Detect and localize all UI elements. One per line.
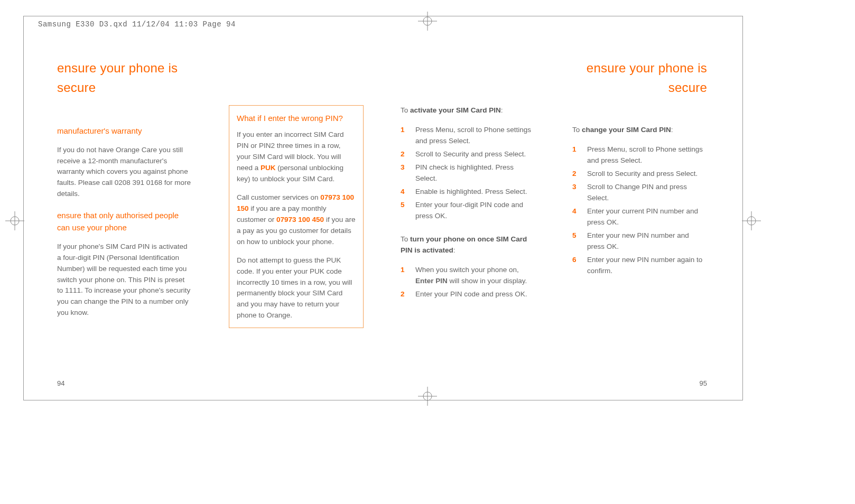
text: When you switch your phone on, [415,266,519,274]
text: : [671,126,673,134]
list-item: 2Scroll to Security and press Select. [572,169,707,180]
list-item: 2Scroll to Security and press Select. [401,149,535,160]
step-number: 3 [401,162,405,173]
steps-turn-on: 1When you switch your phone on, Enter PI… [401,265,535,300]
step-text: Scroll to Security and press Select. [587,170,698,178]
steps-activate-pin: 1Press Menu, scroll to Phone settings an… [401,125,535,221]
highlight-puk: PUK [261,164,276,172]
text: : [453,246,456,254]
step-number: 6 [572,255,577,266]
step-text: Press Menu, scroll to Phone settings and… [415,126,531,145]
text: : [501,106,503,114]
step-text: Enter your PIN code and press OK. [415,290,527,298]
list-item: 2Enter your PIN code and press OK. [401,289,535,300]
lead-turn-on: To turn your phone on once SIM Card PIN … [401,234,535,256]
step-number: 2 [401,149,405,160]
step-text: Scroll to Change PIN and press Select. [587,183,687,202]
list-item: 4Enable is highlighted. Press Select. [401,186,535,198]
list-item: 3Scroll to Change PIN and press Select. [572,182,707,204]
heading-warranty: manufacturer's warranty [57,125,192,137]
page-number-right: 95 [700,378,707,389]
page-title-left: ensure your phone is secure [57,58,192,97]
highlight-phone-number: 07973 100 450 [276,216,324,223]
step-text: Scroll to Security and press Select. [415,150,526,158]
column-1: ensure your phone is secure manufacturer… [57,58,192,328]
paragraph-authorised: If your phone's SIM Card PIN is activate… [57,241,192,319]
svg-point-3 [423,392,432,400]
registration-mark-icon [742,211,761,230]
step-number: 1 [572,144,577,155]
bold: Enter PIN [415,277,448,285]
step-number: 5 [401,200,405,211]
list-item: 5Enter your four-digit PIN code and pres… [401,200,535,222]
paragraph-warranty: If you do not have Orange Care you still… [57,145,192,200]
step-number: 2 [572,169,577,180]
registration-mark-icon [418,387,437,406]
svg-point-0 [423,17,432,25]
bold: activate your SIM Card PIN [410,106,501,114]
step-text: Enable is highlighted. Press Select. [415,188,527,195]
info-box-wrong-pin: What if I enter the wrong PIN? If you en… [229,105,364,328]
steps-change-pin: 1Press Menu, scroll to Phone settings an… [572,144,707,276]
bold: turn your phone on once SIM Card PIN is … [401,235,527,254]
page-number-left: 94 [57,378,64,389]
paragraph-puk-warning: Do not attempt to guess the PUK code. If… [237,255,356,322]
text: To [572,126,582,134]
list-item: 4Enter your current PIN number and press… [572,206,707,228]
step-number: 4 [401,186,405,198]
list-item: 5Enter your new PIN number and press OK. [572,230,707,253]
step-text: Enter your four-digit PIN code and press… [415,201,523,220]
cropmark-bottom [23,397,743,400]
svg-point-9 [747,217,756,225]
prepress-slug: Samsung E330 D3.qxd 11/12/04 11:03 Page … [38,19,236,31]
list-item: 1When you switch your phone on, Enter PI… [401,265,535,287]
bold: change your SIM Card PIN [582,126,671,134]
lead-change-pin: To change your SIM Card PIN: [572,125,707,136]
step-number: 1 [401,265,405,276]
step-number: 5 [572,230,577,241]
cropmark-right [739,16,743,400]
list-item: 3PIN check is highlighted. Press Select. [401,162,535,184]
step-text: Enter your new PIN number and press OK. [587,231,689,250]
step-text: Enter your current PIN number and press … [587,207,698,226]
list-item: 1Press Menu, scroll to Phone settings an… [401,125,535,147]
step-text: PIN check is highlighted. Press Select. [415,163,514,182]
step-number: 3 [572,182,577,193]
step-text: Enter your new PIN number again to confi… [587,256,702,275]
page-title-right: ensure your phone is secure [572,58,707,97]
column-3: . To activate your SIM Card PIN: 1Press … [401,58,535,328]
cropmark-left [23,16,27,400]
heading-wrong-pin: What if I enter the wrong PIN? [237,112,356,124]
list-item: 1Press Menu, scroll to Phone settings an… [572,144,707,166]
text: To [401,106,410,114]
column-2: . What if I enter the wrong PIN? If you … [229,58,364,328]
text: To [401,235,410,243]
lead-activate-pin: To activate your SIM Card PIN: [401,105,535,116]
page-spread: ensure your phone is secure manufacturer… [57,58,707,328]
step-text: Press Menu, scroll to Phone settings and… [587,145,703,164]
step-number: 1 [401,125,405,136]
step-text: When you switch your phone on, Enter PIN… [415,266,527,285]
paragraph-customer-service: Call customer services on 07973 100 150 … [237,192,356,248]
text: Call customer services on [237,193,320,201]
column-4: ensure your phone is secure To change yo… [572,58,707,328]
heading-authorised: ensure that only authorised people can u… [57,209,192,234]
registration-mark-icon [5,211,24,230]
paragraph-puk: If you enter an incorrect SIM Card PIN o… [237,129,356,185]
text: will show in your display. [448,277,527,285]
step-number: 2 [401,289,405,300]
registration-mark-icon [418,12,437,31]
list-item: 6Enter your new PIN number again to conf… [572,255,707,277]
svg-point-6 [11,217,19,225]
step-number: 4 [572,206,577,217]
